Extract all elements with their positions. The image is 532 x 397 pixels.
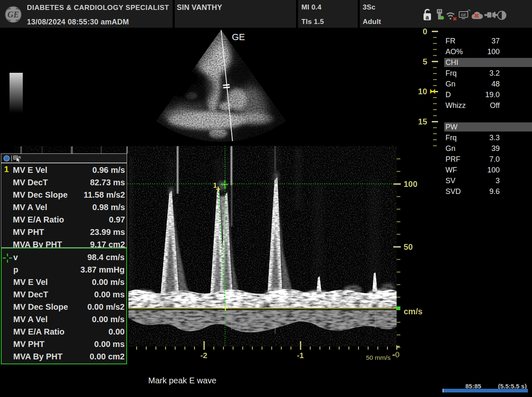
svg-text:GE: GE	[7, 10, 19, 19]
svg-text:15: 15	[418, 117, 427, 126]
svg-text:50: 50	[404, 242, 413, 251]
svg-text:a: a	[426, 14, 429, 21]
svg-text:0: 0	[395, 350, 400, 359]
svg-text:GE: GE	[232, 32, 245, 42]
svg-text:0: 0	[423, 27, 427, 36]
svg-text:50 mm/s: 50 mm/s	[366, 354, 391, 361]
svg-text:-1: -1	[297, 351, 304, 360]
svg-text:cm/s: cm/s	[404, 307, 423, 316]
svg-text:-2: -2	[200, 351, 207, 360]
svg-text:100: 100	[404, 179, 417, 189]
svg-text:GE: GE	[461, 12, 467, 17]
svg-text:5: 5	[423, 57, 427, 66]
svg-text:1: 1	[213, 182, 217, 189]
svg-text:10: 10	[418, 87, 427, 96]
